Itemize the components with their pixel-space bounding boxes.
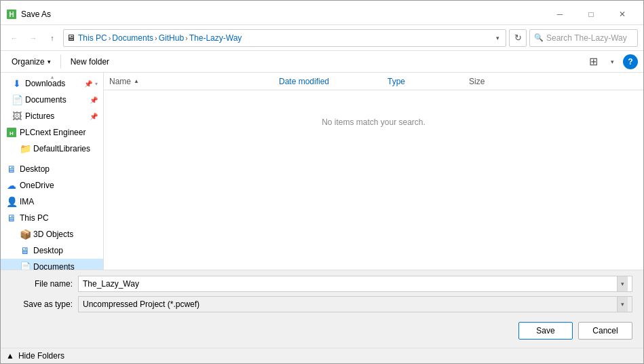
cancel-button[interactable]: Cancel <box>578 322 632 340</box>
onedrive-icon: ☁ <box>6 180 17 191</box>
new-folder-button[interactable]: New folder <box>65 54 115 70</box>
app-icon: H <box>6 9 17 20</box>
sidebar-label-pictures: Pictures <box>25 111 87 121</box>
documents2-icon: 📄 <box>20 261 31 270</box>
save-button[interactable]: Save <box>518 322 573 340</box>
toolbar-separator <box>60 55 61 69</box>
sidebar-item-plcnext[interactable]: H PLCnext Engineer <box>1 124 103 141</box>
file-header: Name ▲ Date modified Type Size <box>104 73 643 90</box>
save-type-dropdown-arrow[interactable]: ▾ <box>617 297 628 312</box>
sidebar-item-pictures[interactable]: 🖼 Pictures 📌 <box>1 108 103 124</box>
sidebar-item-desktop[interactable]: 🖥 Desktop <box>1 161 103 177</box>
breadcrumb-item-thelazway[interactable]: The-Lazy-Way <box>189 33 242 43</box>
sidebar-label-thispc: This PC <box>20 213 98 223</box>
search-placeholder: Search The-Lazy-Way <box>546 33 627 43</box>
file-list: No items match your search. <box>104 90 643 270</box>
sidebar-label-documents2: Documents <box>33 262 98 270</box>
save-type-select[interactable]: Uncompressed Project (*.pcwef) ▾ <box>78 296 632 312</box>
sidebar-label-documents: Documents <box>25 95 87 105</box>
up-button[interactable]: ↑ <box>44 30 60 46</box>
sidebar-item-ima[interactable]: 👤 IMA <box>1 194 103 210</box>
pin-icon-pictures: 📌 <box>90 113 98 120</box>
minimize-button[interactable]: ─ <box>544 5 575 24</box>
documents-icon: 📄 <box>12 94 22 105</box>
sidebar-label-ima: IMA <box>20 197 98 206</box>
file-name-value: The_Lazy_Way <box>83 279 617 289</box>
breadcrumb-icon: 🖥 <box>67 33 75 43</box>
column-date-modified[interactable]: Date modified <box>279 77 387 86</box>
downloads-icon: ⬇ <box>12 78 22 89</box>
col-name-label: Name <box>109 77 131 86</box>
sidebar-label-downloads: Downloads <box>25 79 81 88</box>
file-name-input[interactable]: The_Lazy_Way ▾ <box>78 276 632 292</box>
sidebar-label-defaultlibraries: DefaultLibraries <box>33 144 98 153</box>
new-folder-label: New folder <box>71 57 109 67</box>
maximize-button[interactable]: □ <box>575 5 607 24</box>
sidebar-label-desktop2: Desktop <box>33 246 98 255</box>
file-name-label: File name: <box>12 279 73 289</box>
3dobjects-icon: 📦 <box>20 229 31 240</box>
breadcrumb-item-thispc[interactable]: This PC <box>78 33 107 43</box>
address-bar: ← → ↑ 🖥 This PC › Documents › GitHub › T… <box>1 25 643 51</box>
sidebar-item-documents[interactable]: 📄 Documents 📌 <box>1 92 103 108</box>
col-date-label: Date modified <box>279 77 329 86</box>
breadcrumb[interactable]: 🖥 This PC › Documents › GitHub › The-Laz… <box>63 29 506 47</box>
view-dropdown-button[interactable]: ▾ <box>604 54 620 70</box>
search-bar[interactable]: 🔍 Search The-Lazy-Way <box>529 29 638 47</box>
file-name-row: File name: The_Lazy_Way ▾ <box>12 276 632 292</box>
pin-icon-documents: 📌 <box>90 96 98 104</box>
forward-button[interactable]: → <box>25 30 41 46</box>
action-row: Save Cancel <box>12 316 632 342</box>
view-toggle-button[interactable]: ⊞ <box>585 54 601 70</box>
ima-icon: 👤 <box>6 196 17 207</box>
col-size-label: Size <box>469 77 485 86</box>
no-items-message: No items match your search. <box>322 117 425 127</box>
hide-folders-bar[interactable]: ▲ Hide Folders <box>1 348 643 363</box>
sidebar-label-3dobjects: 3D Objects <box>33 230 98 239</box>
back-button[interactable]: ← <box>6 30 22 46</box>
sidebar-label-plcnext: PLCnext Engineer <box>20 128 98 137</box>
save-type-value: Uncompressed Project (*.pcwef) <box>83 299 200 309</box>
close-button[interactable]: ✕ <box>607 5 638 24</box>
title-bar: H Save As ─ □ ✕ <box>1 1 643 25</box>
sidebar-item-documents2[interactable]: 📄 Documents <box>1 259 103 270</box>
desktop2-icon: 🖥 <box>20 245 31 256</box>
sort-arrow-icon: ▲ <box>134 78 139 84</box>
column-size[interactable]: Size <box>469 77 523 86</box>
dialog-title: Save As <box>21 10 544 19</box>
search-icon: 🔍 <box>534 33 544 42</box>
svg-text:H: H <box>9 11 14 18</box>
breadcrumb-item-github[interactable]: GitHub <box>159 33 184 43</box>
column-type[interactable]: Type <box>387 77 469 86</box>
sidebar: ▴ ⬇ Downloads 📌 ▾ 📄 Documents 📌 🖼 Pictur… <box>1 73 104 270</box>
save-type-row: Save as type: Uncompressed Project (*.pc… <box>12 296 632 312</box>
sidebar-item-thispc[interactable]: 🖥 This PC <box>1 210 103 226</box>
content-area: ▴ ⬇ Downloads 📌 ▾ 📄 Documents 📌 🖼 Pictur… <box>1 73 643 270</box>
help-button[interactable]: ? <box>623 54 638 69</box>
pictures-icon: 🖼 <box>12 111 22 122</box>
breadcrumb-item-documents[interactable]: Documents <box>112 33 153 43</box>
sidebar-label-desktop: Desktop <box>20 164 98 174</box>
sidebar-label-onedrive: OneDrive <box>20 181 98 190</box>
column-name[interactable]: Name ▲ <box>109 77 279 86</box>
file-name-dropdown-arrow[interactable]: ▾ <box>617 276 628 291</box>
pin-icon-downloads: 📌 <box>84 80 92 88</box>
organize-dropdown-icon: ▾ <box>48 58 51 65</box>
plcnext-icon: H <box>6 127 17 138</box>
sidebar-item-desktop2[interactable]: 🖥 Desktop <box>1 242 103 259</box>
defaultlibraries-icon: 📁 <box>20 143 31 154</box>
sidebar-item-defaultlibraries[interactable]: 📁 DefaultLibraries <box>1 141 103 157</box>
sidebar-scroll-arrow: ▾ <box>95 81 98 87</box>
refresh-button[interactable]: ↻ <box>509 29 527 47</box>
hide-folders-label: Hide Folders <box>18 351 64 361</box>
hide-folders-chevron: ▲ <box>6 351 14 361</box>
thispc-icon: 🖥 <box>6 213 17 223</box>
bottom-section: File name: The_Lazy_Way ▾ Save as type: … <box>1 270 643 348</box>
toolbar: Organize ▾ New folder ⊞ ▾ ? <box>1 51 643 73</box>
sidebar-item-3dobjects[interactable]: 📦 3D Objects <box>1 226 103 242</box>
organize-button[interactable]: Organize ▾ <box>6 54 56 70</box>
breadcrumb-dropdown-button[interactable]: ▾ <box>492 30 503 46</box>
save-type-label: Save as type: <box>12 299 73 309</box>
desktop-icon: 🖥 <box>6 164 17 175</box>
sidebar-item-onedrive[interactable]: ☁ OneDrive <box>1 177 103 194</box>
